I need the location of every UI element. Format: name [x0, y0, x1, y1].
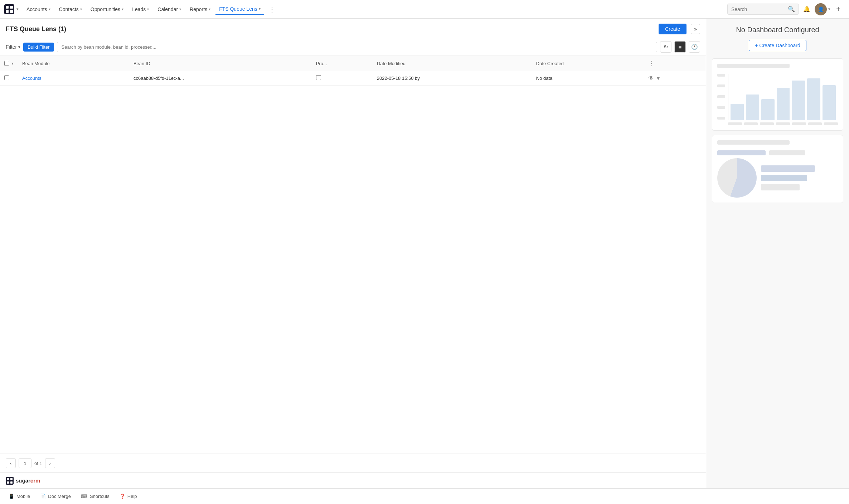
- clock-button[interactable]: 🕐: [689, 41, 700, 53]
- y-label: [717, 74, 725, 77]
- page-number-input[interactable]: [19, 458, 31, 468]
- nav-item-reports[interactable]: Reports ▾: [186, 4, 214, 14]
- chart-title-skeleton: [717, 64, 790, 68]
- row-bean-module-cell: Accounts: [18, 71, 129, 86]
- filter-label[interactable]: Filter ▾: [6, 44, 20, 50]
- bean-module-link[interactable]: Accounts: [22, 76, 41, 81]
- bar: [823, 85, 836, 120]
- row-checkbox-cell[interactable]: [0, 71, 18, 86]
- search-bar[interactable]: 🔍: [727, 4, 799, 15]
- svg-rect-4: [10, 10, 13, 13]
- chevron-icon-fts: ▾: [259, 7, 261, 11]
- col-label-date-modified: Date Modified: [377, 61, 406, 66]
- next-page-button[interactable]: ›: [45, 458, 55, 468]
- plus-icon: +: [836, 5, 840, 13]
- col-header-bean-module[interactable]: Bean Module: [18, 56, 129, 71]
- expand-icon[interactable]: ▾: [657, 75, 660, 82]
- help-icon: ❓: [120, 494, 125, 499]
- col-header-processed[interactable]: Pro...: [312, 56, 373, 71]
- doc-merge-button[interactable]: 📄 Doc Merge: [40, 494, 71, 499]
- search-input[interactable]: [731, 6, 785, 12]
- x-label: [760, 122, 774, 125]
- refresh-button[interactable]: ↻: [660, 41, 671, 53]
- x-label: [808, 122, 822, 125]
- doc-merge-icon: 📄: [40, 494, 46, 499]
- nav-item-leads[interactable]: Leads ▾: [128, 4, 152, 14]
- sort-chevron-icon[interactable]: ▾: [11, 61, 14, 66]
- chart-x-labels: [717, 122, 838, 125]
- nav-item-contacts[interactable]: Contacts ▾: [55, 4, 86, 14]
- footer-logo-text: sugarcrm: [16, 478, 40, 484]
- mobile-label: Mobile: [16, 494, 30, 499]
- svg-rect-2: [10, 6, 13, 9]
- page-title: FTS Queue Lens (1): [6, 25, 654, 33]
- bar: [746, 94, 759, 120]
- row-date-created-cell: No data: [532, 71, 644, 86]
- chevron-icon-contacts: ▾: [80, 7, 82, 11]
- prev-page-button[interactable]: ‹: [6, 458, 16, 468]
- user-avatar[interactable]: 👤: [815, 3, 827, 15]
- page-header: FTS Queue Lens (1) Create »: [0, 19, 706, 38]
- mobile-icon: 📱: [9, 494, 14, 499]
- col-header-date-modified[interactable]: Date Modified: [373, 56, 532, 71]
- processed-checkbox[interactable]: [316, 75, 321, 80]
- y-label: [717, 95, 725, 98]
- nav-item-fts[interactable]: FTS Queue Lens ▾: [215, 4, 264, 15]
- row-processed-cell[interactable]: [312, 71, 373, 86]
- nav-label-leads: Leads: [132, 6, 146, 12]
- col-more-icon[interactable]: ⋮: [648, 60, 655, 67]
- build-filter-button[interactable]: Build Filter: [23, 43, 54, 52]
- shortcuts-button[interactable]: ⌨ Shortcuts: [81, 494, 110, 499]
- shortcuts-label: Shortcuts: [90, 494, 110, 499]
- data-table: ▾ Bean Module Bean ID Pro...: [0, 56, 706, 86]
- doc-merge-label: Doc Merge: [48, 494, 71, 499]
- list-view-button[interactable]: ≡: [674, 41, 686, 53]
- svg-rect-1: [6, 6, 9, 9]
- nav-label-opportunities: Opportunities: [91, 6, 120, 12]
- filter-search-input[interactable]: [57, 42, 657, 52]
- shortcuts-icon: ⌨: [81, 494, 88, 499]
- bar: [792, 81, 805, 120]
- logo-chevron[interactable]: ▾: [16, 7, 19, 11]
- logo-icon: [4, 4, 14, 14]
- col-header-date-created[interactable]: Date Created: [532, 56, 644, 71]
- expand-arrows-button[interactable]: »: [691, 24, 700, 34]
- bar-chart-placeholder: [712, 58, 843, 131]
- add-button[interactable]: +: [832, 3, 845, 16]
- clock-icon: 🕐: [691, 44, 698, 50]
- col-header-bean-id[interactable]: Bean ID: [129, 56, 312, 71]
- create-button[interactable]: Create: [659, 24, 687, 34]
- col-header-actions: ⋮: [644, 56, 706, 71]
- select-all-checkbox[interactable]: [4, 61, 9, 66]
- legend-item-2: [761, 175, 807, 181]
- y-label: [717, 117, 725, 120]
- dashboard-empty-state: No Dashboard Configured + Create Dashboa…: [712, 26, 843, 51]
- svg-rect-8: [7, 481, 9, 484]
- nav-item-opportunities[interactable]: Opportunities ▾: [87, 4, 127, 14]
- nav-item-accounts[interactable]: Accounts ▾: [23, 4, 54, 14]
- footer-logo: sugarcrm: [6, 477, 40, 485]
- col-label-processed: Pro...: [316, 61, 327, 66]
- help-button[interactable]: ❓ Help: [120, 494, 137, 499]
- notification-bell-button[interactable]: 🔔: [800, 3, 813, 16]
- nav-more-button[interactable]: ⋮: [266, 4, 278, 15]
- search-icon[interactable]: 🔍: [788, 6, 795, 13]
- right-panel: No Dashboard Configured + Create Dashboa…: [706, 19, 849, 488]
- x-label: [744, 122, 758, 125]
- avatar-chevron[interactable]: ▾: [828, 7, 830, 11]
- select-all-header[interactable]: ▾: [0, 56, 18, 71]
- chevron-icon-leads: ▾: [147, 7, 149, 11]
- logo[interactable]: ▾: [4, 4, 19, 14]
- table-row: Accounts cc6aab38-d5fd-11ec-a... 2022-05…: [0, 71, 706, 86]
- row-checkbox[interactable]: [4, 75, 9, 80]
- mobile-button[interactable]: 📱 Mobile: [9, 494, 30, 499]
- bean-id-value: cc6aab38-d5fd-11ec-a...: [134, 76, 184, 81]
- refresh-icon: ↻: [664, 44, 668, 50]
- nav-item-calendar[interactable]: Calendar ▾: [154, 4, 185, 14]
- footer-bar: sugarcrm: [0, 472, 706, 488]
- pie-circle: [717, 158, 757, 198]
- top-nav: ▾ Accounts ▾ Contacts ▾ Opportunities ▾ …: [0, 0, 849, 19]
- dashboard-empty-title: No Dashboard Configured: [712, 26, 843, 34]
- view-icon[interactable]: 👁: [648, 75, 654, 82]
- create-dashboard-button[interactable]: + Create Dashboard: [749, 40, 806, 51]
